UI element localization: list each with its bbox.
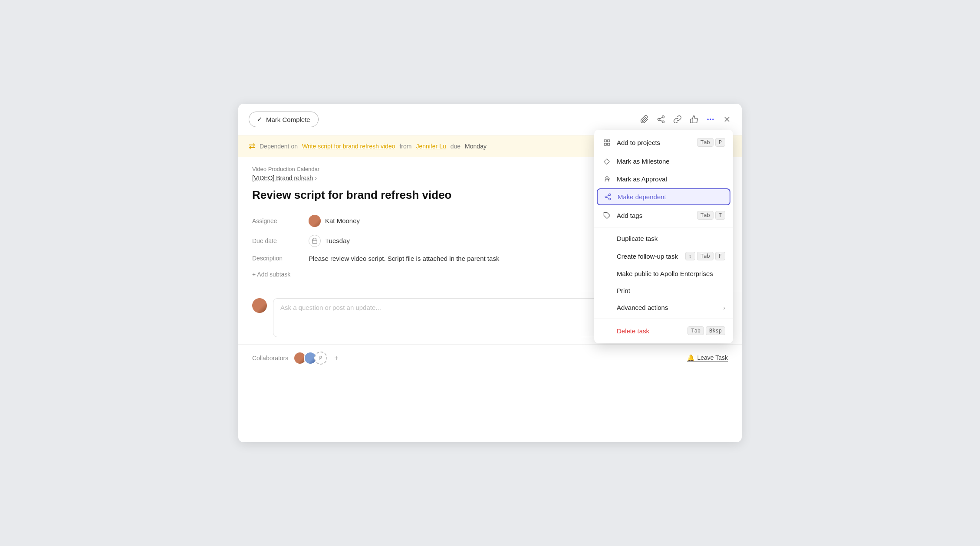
shortcut-f: F <box>715 252 725 260</box>
svg-rect-15 <box>604 140 606 142</box>
assignee-label: Assignee <box>252 217 309 224</box>
like-icon[interactable] <box>690 115 698 124</box>
calendar-icon <box>309 235 321 247</box>
svg-point-6 <box>710 118 711 120</box>
menu-divider-2 <box>594 319 733 319</box>
assignee-value[interactable]: Kat Mooney <box>309 215 360 227</box>
description-text: Please review video script. Script file … <box>309 255 499 262</box>
add-subtask-label: + Add subtask <box>252 271 290 278</box>
menu-item-add-tags[interactable]: Add tags Tab T <box>594 206 733 224</box>
menu-item-print[interactable]: Print <box>594 282 733 299</box>
shortcut-tab-f: Tab <box>697 252 714 260</box>
collab-label: Collaborators <box>252 355 288 362</box>
dropdown-menu: Add to projects Tab P ◇ Mark as Mileston… <box>594 130 733 343</box>
due-date: Tuesday <box>325 237 350 244</box>
more-options-icon[interactable] <box>706 115 715 124</box>
assignee-name: Kat Mooney <box>325 217 360 224</box>
dep-due-text: due <box>451 143 460 150</box>
svg-line-3 <box>660 120 662 121</box>
svg-point-0 <box>662 116 664 118</box>
collab-avatars <box>293 352 327 365</box>
menu-item-make-public[interactable]: Make public to Apollo Enterprises <box>594 265 733 282</box>
svg-point-21 <box>605 196 607 197</box>
mark-as-milestone-label: Mark as Milestone <box>617 158 670 165</box>
svg-point-1 <box>658 118 660 121</box>
make-dependent-label: Make dependent <box>618 193 666 201</box>
task-detail-panel: ✓ Mark Complete ⇄ Depen <box>238 104 742 442</box>
svg-point-14 <box>320 356 322 358</box>
menu-item-add-to-projects[interactable]: Add to projects Tab P <box>594 133 733 151</box>
menu-item-delete-task[interactable]: Delete task Tab Bksp <box>594 322 733 340</box>
menu-item-make-dependent[interactable]: Make dependent <box>597 188 730 205</box>
print-label: Print <box>617 287 630 294</box>
close-icon[interactable] <box>723 115 731 124</box>
description-value[interactable]: Please review video script. Script file … <box>309 255 499 262</box>
menu-item-mark-as-approval[interactable]: Mark as Approval <box>594 171 733 187</box>
duplicate-task-label: Duplicate task <box>617 235 658 242</box>
dependent-icon <box>603 193 612 201</box>
bell-icon: 🔔 <box>687 354 694 361</box>
add-collaborator-button[interactable]: + <box>334 354 338 362</box>
link-icon[interactable] <box>673 115 682 124</box>
attachment-icon[interactable] <box>640 115 649 124</box>
add-to-projects-icon <box>602 139 612 146</box>
shortcut-tab-t: Tab <box>697 211 714 220</box>
parent-task-label[interactable]: [VIDEO] Brand refresh <box>252 174 313 181</box>
svg-point-22 <box>608 198 610 200</box>
dep-person-link[interactable]: Jennifer Lu <box>416 143 446 150</box>
create-follow-up-label: Create follow-up task <box>617 253 678 260</box>
svg-point-5 <box>707 118 709 120</box>
svg-point-20 <box>608 194 610 195</box>
svg-rect-17 <box>607 143 609 145</box>
comment-user-avatar <box>252 298 267 313</box>
mark-as-approval-label: Mark as Approval <box>617 175 667 183</box>
dep-text: Dependent on <box>260 143 298 150</box>
svg-point-19 <box>605 177 608 179</box>
svg-line-23 <box>607 197 609 199</box>
collab-left: Collaborators + <box>252 352 339 365</box>
comment-placeholder: Ask a question or post an update... <box>280 304 381 311</box>
shortcut-t: T <box>715 211 725 220</box>
svg-point-7 <box>712 118 714 120</box>
due-date-label: Due date <box>252 237 309 244</box>
shortcut-bksp: Bksp <box>706 326 725 335</box>
shortcut-shift: ⇧ <box>685 252 695 260</box>
menu-item-advanced-actions[interactable]: Advanced actions › <box>594 299 733 316</box>
svg-point-2 <box>662 121 664 123</box>
approval-icon <box>602 175 612 183</box>
shortcut-tab: Tab <box>697 138 714 147</box>
assignee-avatar <box>309 215 321 227</box>
milestone-icon: ◇ <box>602 156 612 166</box>
dep-task-link[interactable]: Write script for brand refresh video <box>302 143 395 150</box>
collab-add-button[interactable] <box>314 352 327 365</box>
svg-line-24 <box>607 195 609 197</box>
mark-complete-button[interactable]: ✓ Mark Complete <box>249 112 319 127</box>
mark-complete-label: Mark Complete <box>266 116 310 123</box>
leave-task-button[interactable]: 🔔 Leave Task <box>687 354 728 362</box>
dependency-icon[interactable] <box>657 115 665 124</box>
delete-task-label: Delete task <box>617 327 649 335</box>
advanced-chevron-icon: › <box>723 304 725 311</box>
checkmark-icon: ✓ <box>257 115 263 123</box>
toolbar-icons <box>640 115 731 124</box>
tags-icon <box>602 212 612 219</box>
svg-rect-16 <box>607 140 609 142</box>
add-to-projects-label: Add to projects <box>617 139 660 146</box>
menu-item-create-follow-up[interactable]: Create follow-up task ⇧ Tab F <box>594 247 733 265</box>
make-public-label: Make public to Apollo Enterprises <box>617 270 713 277</box>
menu-divider-1 <box>594 227 733 227</box>
due-date-value[interactable]: Tuesday <box>309 235 350 247</box>
svg-rect-18 <box>604 143 606 145</box>
menu-item-duplicate-task[interactable]: Duplicate task <box>594 230 733 247</box>
description-label: Description <box>252 255 309 262</box>
add-tags-label: Add tags <box>617 212 642 219</box>
dependency-banner-icon: ⇄ <box>249 141 255 151</box>
dep-due-day: Monday <box>465 143 487 150</box>
svg-rect-10 <box>312 239 317 243</box>
collaborators-section: Collaborators + 🔔 Leave Task <box>238 344 742 372</box>
parent-task-chevron: › <box>315 174 317 181</box>
leave-task-label: Leave Task <box>697 354 728 361</box>
dep-from-text: from <box>399 143 411 150</box>
menu-item-mark-as-milestone[interactable]: ◇ Mark as Milestone <box>594 151 733 171</box>
shortcut-p: P <box>715 138 725 147</box>
